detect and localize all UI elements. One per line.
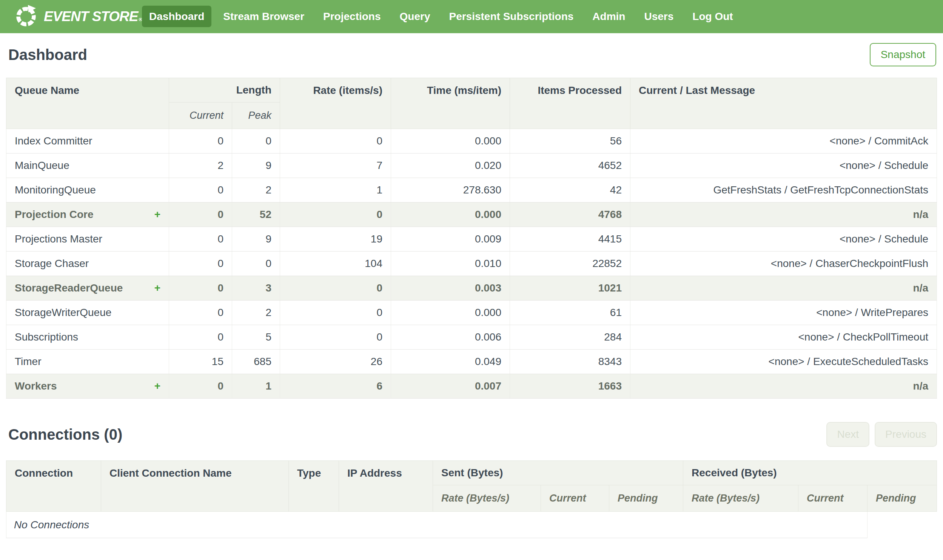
- queue-name: StorageReaderQueue: [15, 282, 123, 294]
- queue-peak: 2: [232, 178, 280, 203]
- nav-item-query[interactable]: Query: [393, 6, 438, 27]
- next-button[interactable]: Next: [826, 422, 869, 447]
- nav-menu: Dashboard Stream Browser Projections Que…: [142, 11, 740, 23]
- queue-message: <none> / Schedule: [630, 227, 937, 252]
- col-header-sent-current: Current: [541, 485, 609, 512]
- col-header-connection: Connection: [6, 461, 101, 512]
- queue-items-processed: 4415: [510, 227, 630, 252]
- empty-cell: [867, 512, 937, 538]
- queue-message: n/a: [630, 374, 937, 398]
- queue-items-processed: 284: [510, 325, 630, 349]
- queue-rate: 104: [280, 252, 391, 276]
- main-content: Dashboard Snapshot Queue Name Length Rat…: [0, 33, 943, 538]
- expand-plus-icon[interactable]: +: [154, 283, 161, 293]
- queue-row: Index Committer0000.00056<none> / Commit…: [6, 129, 937, 154]
- queue-current: 0: [169, 300, 232, 325]
- col-header-sent-bytes: Sent (Bytes): [433, 461, 683, 485]
- col-header-ip-address: IP Address: [339, 461, 433, 512]
- queue-message: <none> / ChaserCheckpointFlush: [630, 252, 937, 276]
- queue-message: GetFreshStats / GetFreshTcpConnectionSta…: [630, 178, 937, 203]
- expand-plus-icon[interactable]: +: [154, 209, 161, 220]
- queue-current: 0: [169, 374, 232, 398]
- queue-time: 0.000: [391, 300, 510, 325]
- nav-item-admin[interactable]: Admin: [585, 6, 632, 27]
- queue-message: n/a: [630, 276, 937, 300]
- col-header-received-rate: Rate (Bytes/s): [683, 485, 798, 512]
- queue-message: <none> / WritePrepares: [630, 300, 937, 325]
- col-header-length-peak: Peak: [232, 103, 280, 129]
- queue-items-processed: 42: [510, 178, 630, 203]
- col-header-client-connection-name: Client Connection Name: [101, 461, 289, 512]
- nav-item-log-out[interactable]: Log Out: [685, 6, 740, 27]
- queue-items-processed: 1021: [510, 276, 630, 300]
- col-header-length-current: Current: [169, 103, 232, 129]
- queue-items-processed: 8343: [510, 349, 630, 374]
- col-header-type: Type: [289, 461, 339, 512]
- queue-name: MainQueue: [15, 160, 69, 172]
- queue-current: 0: [169, 227, 232, 252]
- queue-time: 0.003: [391, 276, 510, 300]
- queue-name: MonitoringQueue: [15, 184, 96, 196]
- nav-item-users[interactable]: Users: [637, 6, 681, 27]
- queue-row: Storage Chaser001040.01022852<none> / Ch…: [6, 252, 937, 276]
- no-connections-row: No Connections: [6, 512, 937, 538]
- col-header-received-pending: Pending: [867, 485, 937, 512]
- queue-current: 0: [169, 252, 232, 276]
- col-header-length: Length: [169, 78, 280, 103]
- queue-time: 0.000: [391, 129, 510, 154]
- queue-items-processed: 4768: [510, 203, 630, 227]
- queue-rate: 7: [280, 154, 391, 178]
- queue-name: Index Committer: [15, 135, 92, 147]
- connections-table: Connection Client Connection Name Type I…: [6, 460, 937, 538]
- queue-time: 0.000: [391, 203, 510, 227]
- event-store-logo-icon: [14, 5, 38, 28]
- col-header-message: Current / Last Message: [630, 78, 937, 129]
- nav-item-stream-browser[interactable]: Stream Browser: [216, 6, 312, 27]
- queue-peak: 1: [232, 374, 280, 398]
- queue-peak: 9: [232, 227, 280, 252]
- queue-time: 0.007: [391, 374, 510, 398]
- queue-row: MonitoringQueue021278.63042GetFreshStats…: [6, 178, 937, 203]
- queue-current: 0: [169, 325, 232, 349]
- snapshot-button[interactable]: Snapshot: [870, 43, 936, 66]
- col-header-sent-pending: Pending: [609, 485, 683, 512]
- queue-peak: 685: [232, 349, 280, 374]
- queue-time: 278.630: [391, 178, 510, 203]
- queue-rate: 19: [280, 227, 391, 252]
- expand-plus-icon[interactable]: +: [154, 381, 161, 391]
- previous-button[interactable]: Previous: [875, 422, 937, 447]
- queue-peak: 0: [232, 129, 280, 154]
- queue-message: <none> / Schedule: [630, 154, 937, 178]
- nav-item-projections[interactable]: Projections: [316, 6, 388, 27]
- queue-row: Projection Core+05200.0004768n/a: [6, 203, 937, 227]
- queue-row: StorageWriterQueue0200.00061<none> / Wri…: [6, 300, 937, 325]
- queue-rate: 0: [280, 129, 391, 154]
- queue-name: StorageWriterQueue: [15, 306, 111, 318]
- queue-items-processed: 4652: [510, 154, 630, 178]
- nav-item-dashboard[interactable]: Dashboard: [142, 6, 211, 27]
- queue-peak: 5: [232, 325, 280, 349]
- queue-name: Timer: [15, 355, 42, 368]
- queue-name: Subscriptions: [15, 331, 78, 343]
- col-header-received-current: Current: [798, 485, 867, 512]
- queue-items-processed: 1663: [510, 374, 630, 398]
- queue-table: Queue Name Length Rate (items/s) Time (m…: [6, 78, 937, 398]
- no-connections-message: No Connections: [6, 512, 867, 538]
- queue-rate: 0: [280, 276, 391, 300]
- queue-rate: 0: [280, 325, 391, 349]
- queue-peak: 52: [232, 203, 280, 227]
- col-header-items-processed: Items Processed: [510, 78, 630, 129]
- queue-current: 2: [169, 154, 232, 178]
- queue-time: 0.010: [391, 252, 510, 276]
- connections-pager: Next Previous: [826, 422, 937, 447]
- nav-item-persistent-subscriptions[interactable]: Persistent Subscriptions: [442, 6, 580, 27]
- queue-message: <none> / CommitAck: [630, 129, 937, 154]
- col-header-received-bytes: Received (Bytes): [683, 461, 937, 485]
- col-header-rate: Rate (items/s): [280, 78, 391, 129]
- queue-row: MainQueue2970.0204652<none> / Schedule: [6, 154, 937, 178]
- queue-name: Storage Chaser: [15, 258, 89, 270]
- queue-name: Workers: [15, 380, 57, 392]
- brand-trademark: ®: [139, 17, 142, 22]
- queue-message: n/a: [630, 203, 937, 227]
- queue-items-processed: 61: [510, 300, 630, 325]
